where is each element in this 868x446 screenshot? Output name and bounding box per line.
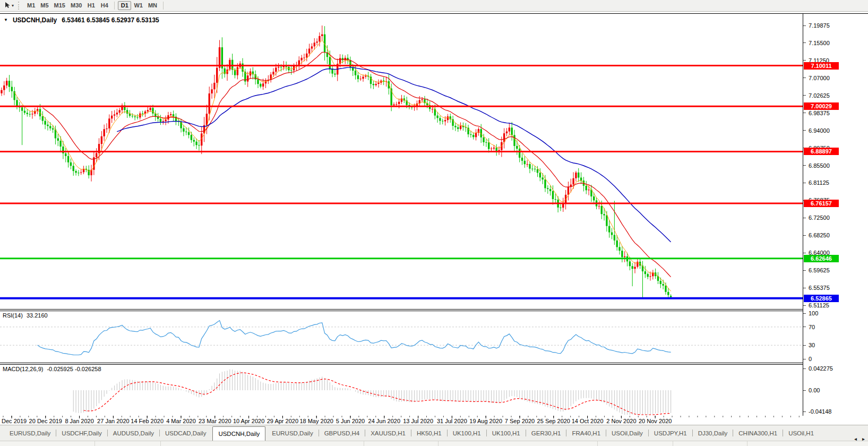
time-axis[interactable]: 2 Dec 201920 Dec 20198 Jan 202027 Jan 20…	[0, 416, 868, 425]
candle-body	[649, 276, 651, 277]
candle-body	[303, 57, 305, 58]
candle-body	[21, 107, 23, 110]
macd-panel[interactable]	[73, 370, 671, 415]
candle-body	[321, 35, 323, 36]
price-tick	[803, 165, 806, 166]
tab-usoil-daily[interactable]: USOil,Daily	[606, 425, 648, 441]
toolbar-grip[interactable]	[18, 2, 21, 10]
tab-eurusd-daily[interactable]: EURUSD,Daily	[4, 425, 56, 441]
tab-usdchf-daily[interactable]: USDCHF,Daily	[56, 425, 107, 441]
candle-body	[216, 68, 218, 83]
timeframe-button-mn[interactable]: MN	[145, 1, 160, 10]
candle-body	[52, 128, 54, 130]
price-axis[interactable]: 7.198757.155007.112507.070007.026256.983…	[803, 14, 868, 416]
tab-dj30-daily[interactable]: DJ30,Daily	[693, 425, 733, 441]
candle-body	[552, 191, 554, 199]
macd-tick	[803, 368, 806, 369]
candle-body	[185, 132, 187, 132]
timeframe-button-h4[interactable]: H4	[98, 1, 111, 10]
price-tick-label: 7.02625	[809, 92, 830, 99]
tab-usdcad-daily[interactable]: USDCAD,Daily	[160, 425, 211, 441]
candle-body	[660, 281, 661, 284]
tab-china300-h1[interactable]: CHINA300,H1	[733, 425, 783, 441]
candle-body	[316, 41, 317, 42]
candle-body	[360, 79, 362, 79]
tab-ger30-h1[interactable]: GER30,H1	[526, 425, 566, 441]
price-panel[interactable]	[0, 25, 803, 299]
price-level-tag: 6.62646	[804, 255, 839, 262]
candle-body	[319, 36, 320, 41]
tab-fra40-h1[interactable]: FRA40,H1	[566, 425, 606, 441]
cursor-tool-button[interactable]: ▾	[2, 1, 16, 11]
candle-body	[544, 179, 546, 188]
candle-body	[142, 114, 143, 114]
candle-body	[616, 241, 618, 247]
timeframe-button-m5[interactable]: M5	[38, 1, 51, 10]
candle-body	[362, 76, 364, 79]
candle-body	[165, 119, 166, 121]
timeframe-button-m30[interactable]: M30	[68, 1, 84, 10]
candle-body	[308, 49, 310, 54]
candle-body	[436, 116, 438, 118]
candle-body	[173, 114, 174, 117]
candle-body	[634, 267, 635, 269]
candle-body	[195, 142, 197, 145]
candle-body	[329, 57, 331, 68]
candle-body	[114, 115, 115, 116]
timeframe-button-m15[interactable]: M15	[51, 1, 68, 10]
candle-body	[147, 110, 149, 112]
candle-body	[49, 126, 51, 128]
rsi-name: RSI(14)	[3, 312, 23, 319]
chevron-down-icon: ▾	[12, 3, 14, 8]
tab-uk100-h1[interactable]: UK100,H1	[448, 425, 486, 441]
timeframe-button-m1[interactable]: M1	[24, 1, 38, 10]
candle-body	[1, 90, 2, 93]
rsi-panel[interactable]	[0, 321, 803, 355]
candle-body	[537, 169, 538, 173]
candle-body	[116, 113, 118, 114]
tab-usoil-h1[interactable]: USOil,H1	[783, 425, 819, 441]
tab-uk100-h1[interactable]: UK100,H1	[487, 425, 526, 441]
candle-body	[65, 153, 66, 156]
candle-body	[118, 110, 120, 113]
candle-body	[578, 173, 579, 178]
candle-body	[191, 135, 192, 140]
date-label: 25 Sep 2020	[537, 418, 570, 424]
tab-usdjpy-h1[interactable]: USDJPY,H1	[649, 425, 692, 441]
candle-body	[614, 235, 615, 241]
candle-body	[160, 119, 161, 122]
candle-body	[421, 99, 423, 100]
tab-usdcnh-daily[interactable]: USDCNH,Daily	[212, 426, 265, 441]
candle-body	[29, 114, 30, 115]
candle-body	[149, 108, 151, 110]
moving-average-45	[117, 67, 671, 242]
date-label: 13 Jul 2020	[403, 418, 433, 424]
chart-tab-bar: EURUSD,DailyUSDCHF,DailyAUDUSD,DailyUSDC…	[0, 425, 868, 441]
symbol-dropdown-icon[interactable]: ▼	[4, 18, 8, 22]
candle-body	[398, 102, 400, 104]
candle-body	[662, 284, 664, 286]
tab-audusd-daily[interactable]: AUDUSD,Daily	[108, 425, 159, 441]
date-label: 23 Mar 2020	[199, 418, 231, 424]
candle-body	[629, 261, 631, 266]
macd-tick-label: 0.00	[809, 387, 820, 393]
price-tick	[803, 183, 806, 183]
toolbar-separator	[114, 2, 115, 10]
tab-xauusd-h1[interactable]: XAUUSD,H1	[365, 425, 411, 441]
tab-gbpusd-h4[interactable]: GBPUSD,H4	[319, 425, 365, 441]
price-tick-label: 7.15500	[809, 40, 830, 46]
timeframe-button-w1[interactable]: W1	[131, 1, 145, 10]
tab-hk50-h1[interactable]: HK50,H1	[411, 425, 447, 441]
candle-body	[306, 54, 307, 58]
price-level-tag: 6.52865	[804, 295, 839, 302]
candle-body	[24, 111, 25, 113]
candle-body	[603, 214, 605, 215]
time-axis-ticks	[0, 416, 868, 425]
timeframe-button-h1[interactable]: H1	[84, 1, 98, 10]
candle-body	[539, 173, 541, 177]
timeframe-button-d1[interactable]: D1	[118, 1, 131, 10]
main-chart-canvas[interactable]	[0, 14, 803, 416]
tab-eurusd-daily[interactable]: EURUSD,Daily	[267, 425, 318, 441]
candle-body	[460, 126, 461, 129]
candle-body	[59, 141, 61, 147]
